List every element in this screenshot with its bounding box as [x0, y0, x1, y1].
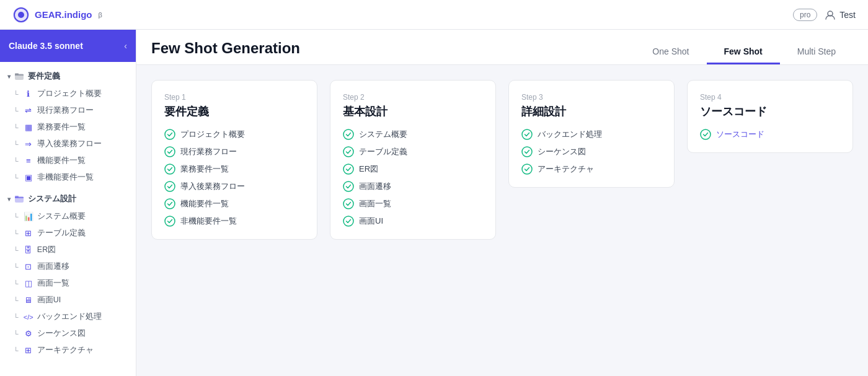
svg-point-16 — [343, 164, 353, 174]
gear-logo-icon — [12, 6, 30, 24]
sidebar-item-func-req[interactable]: └ ≡ 機能要件一覧 — [0, 152, 136, 169]
step-3-items: バックエンド処理 シーケンス図 アーキテクチャ — [521, 129, 662, 175]
sidebar-item-table-def[interactable]: └ ⊞ テーブル定義 — [0, 225, 136, 242]
step-card-4: Step 4 ソースコード ソースコード — [687, 80, 853, 153]
item-label: シーケンス図 — [538, 146, 586, 157]
svg-point-12 — [165, 199, 175, 209]
step-4-items: ソースコード — [700, 129, 840, 140]
sidebar-item-system-overview[interactable]: └ 📊 システム概要 — [0, 208, 136, 225]
check-circle-icon — [343, 181, 354, 192]
sidebar-item-sequence[interactable]: └ ⚙ シーケンス図 — [0, 325, 136, 342]
sidebar-collapse-button[interactable]: ‹ — [124, 41, 127, 51]
step-3-item-1: バックエンド処理 — [521, 129, 662, 140]
svg-point-13 — [165, 216, 175, 226]
svg-point-10 — [165, 164, 175, 174]
svg-point-17 — [343, 181, 353, 191]
indent-icon: └ — [14, 347, 19, 354]
check-circle-icon — [164, 216, 175, 227]
content-header: Few Shot Generation One Shot Few Shot Mu… — [136, 30, 868, 65]
source-code-link[interactable]: ソースコード — [716, 129, 764, 140]
sidebar-item-screen-ui[interactable]: └ 🖥 画面UI — [0, 292, 136, 308]
step-4-item-1: ソースコード — [700, 129, 840, 140]
sidebar-item-screen-list[interactable]: └ ◫ 画面一覧 — [0, 275, 136, 292]
check-circle-icon — [164, 198, 175, 209]
svg-rect-7 — [15, 196, 19, 198]
indent-icon: └ — [14, 157, 19, 165]
svg-point-21 — [522, 147, 532, 157]
tab-one-shot[interactable]: One Shot — [635, 40, 706, 64]
sidebar-item-label: プロジェクト概要 — [37, 89, 102, 99]
sidebar-item-current-flow[interactable]: └ ⇌ 現行業務フロー — [0, 102, 136, 119]
step-card-3: Step 3 詳細設計 バックエンド処理 シーケンス図 アーキテクチャ — [508, 80, 675, 188]
item-label: 業務要件一覧 — [180, 164, 229, 175]
sidebar-item-non-func-req[interactable]: └ ▣ 非機能要件一覧 — [0, 169, 136, 186]
indent-icon: └ — [14, 297, 19, 304]
sidebar-item-label: ER図 — [37, 245, 56, 255]
item-label: 現行業務フロー — [180, 146, 237, 157]
item-label: バックエンド処理 — [538, 129, 602, 140]
sidebar-item-architecture[interactable]: └ ⊞ アーキテクチャ — [0, 342, 136, 359]
sidebar-section-requirements[interactable]: ▾ 要件定義 — [0, 67, 136, 85]
sidebar-item-backend[interactable]: └ </> バックエンド処理 — [0, 308, 136, 325]
check-circle-icon — [521, 129, 533, 140]
indent-icon: └ — [14, 107, 19, 115]
sidebar-item-project-overview[interactable]: └ ℹ プロジェクト概要 — [0, 85, 136, 102]
item-label: テーブル定義 — [359, 146, 407, 157]
step-2-title: 基本設計 — [343, 104, 483, 119]
step-2-items: システム概要 テーブル定義 ER図 画面遷移 — [343, 129, 483, 227]
logo-text: GEAR.indigo — [35, 9, 92, 20]
step-1-item-6: 非機能要件一覧 — [164, 216, 304, 227]
sidebar-item-label: アーキテクチャ — [37, 345, 94, 356]
step-1-items: プロジェクト概要 現行業務フロー 業務要件一覧 導入後業務フロー — [164, 129, 304, 227]
list2-icon: ≡ — [24, 156, 33, 165]
info-icon: ℹ — [24, 89, 33, 98]
user-area[interactable]: Test — [825, 9, 856, 20]
tab-multi-step[interactable]: Multi Step — [780, 40, 853, 64]
svg-point-23 — [701, 129, 711, 139]
sidebar-item-label: 画面遷移 — [37, 261, 69, 272]
header-right: pro Test — [793, 9, 856, 21]
step-3-item-3: アーキテクチャ — [521, 164, 662, 175]
check-circle-icon — [700, 129, 711, 140]
logo-area: GEAR.indigo β — [12, 6, 102, 24]
step-3-item-2: シーケンス図 — [521, 146, 662, 157]
indent-icon: └ — [14, 230, 19, 237]
table-icon: ⊞ — [24, 229, 33, 238]
arrow-icon: ⇒ — [24, 139, 33, 149]
flow-icon: ⇌ — [24, 106, 33, 115]
sidebar-item-screen-trans[interactable]: └ ⊡ 画面遷移 — [0, 258, 136, 275]
section-system-label: システム設計 — [28, 193, 76, 204]
sidebar-item-label: 画面UI — [37, 295, 61, 305]
check-circle-icon — [164, 146, 175, 157]
sidebar-item-business-req[interactable]: └ ▦ 業務要件一覧 — [0, 119, 136, 136]
indent-icon: └ — [14, 330, 19, 338]
sidebar-item-post-flow[interactable]: └ ⇒ 導入後業務フロー — [0, 136, 136, 152]
item-label: 画面UI — [359, 216, 383, 227]
indent-icon: └ — [14, 280, 19, 287]
check-circle-icon — [164, 164, 175, 175]
step-1-item-5: 機能要件一覧 — [164, 198, 304, 209]
chevron-down-icon: ▾ — [7, 73, 11, 80]
check-circle-icon — [521, 164, 533, 175]
item-label: 非機能要件一覧 — [180, 216, 237, 227]
sidebar-item-label: システム概要 — [37, 211, 86, 222]
sidebar-section-system-design[interactable]: ▾ システム設計 — [0, 190, 136, 208]
user-icon — [825, 9, 836, 20]
step-1-item-4: 導入後業務フロー — [164, 181, 304, 192]
indent-icon: └ — [14, 263, 19, 271]
indent-icon: └ — [14, 247, 19, 254]
sidebar-item-er-diagram[interactable]: └ 🗄 ER図 — [0, 242, 136, 258]
list-icon: ▦ — [24, 123, 33, 132]
svg-point-14 — [343, 129, 353, 139]
sidebar-item-label: 画面一覧 — [37, 278, 69, 289]
sidebar-item-label: シーケンス図 — [37, 328, 86, 339]
tab-few-shot[interactable]: Few Shot — [707, 40, 780, 64]
user-label: Test — [839, 10, 856, 20]
svg-point-9 — [165, 147, 175, 157]
sidebar-item-label: 現行業務フロー — [37, 105, 94, 116]
item-label: アーキテクチャ — [538, 164, 594, 175]
step-1-title: 要件定義 — [164, 104, 304, 119]
cards-area: Step 1 要件定義 プロジェクト概要 現行業務フロー 業務要件一覧 — [136, 65, 868, 376]
svg-rect-5 — [15, 73, 19, 75]
check-circle-icon — [343, 198, 354, 209]
